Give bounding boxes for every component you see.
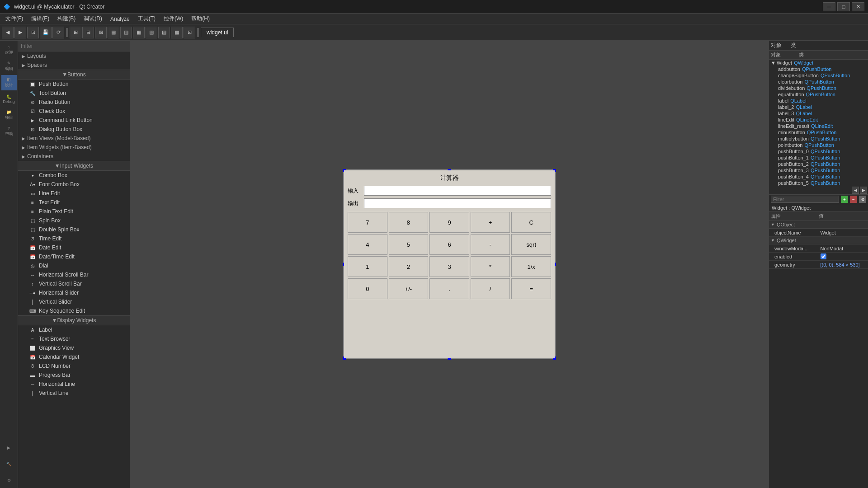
menu-item-6[interactable]: 控件(W) — [160, 14, 187, 23]
tree-item-clearbutton[interactable]: clearbuttonQPushButton — [769, 79, 868, 85]
tree-item-pushButton_2[interactable]: pushButton_2QPushButton — [769, 161, 868, 167]
sidebar-item-combo-box[interactable]: ▾ Combo Box — [18, 171, 130, 180]
calc-btn-_[interactable]: - — [471, 234, 510, 255]
prop-section-qobject[interactable]: ▼ QObject — [769, 221, 868, 229]
calc-btn-_[interactable]: = — [511, 278, 551, 299]
left-icon-bottom1[interactable]: ▶ — [1, 440, 17, 455]
calc-btn-9[interactable]: 9 — [429, 212, 469, 233]
tree-item-lineEdit[interactable]: lineEditQLineEdit — [769, 117, 868, 123]
enabled-checkbox[interactable] — [821, 253, 826, 259]
calc-btn-_[interactable]: / — [471, 278, 510, 299]
calc-btn-_[interactable]: * — [471, 256, 510, 277]
sidebar-item-double-spin-box[interactable]: ⬚ Double Spin Box — [18, 225, 130, 234]
title-bar-controls[interactable]: ─ □ ✕ — [823, 2, 864, 11]
menu-item-5[interactable]: 工具(T) — [134, 14, 159, 23]
tree-item-pushButton_4[interactable]: pushButton_4QPushButton — [769, 174, 868, 180]
sidebar-item-datetime-edit[interactable]: 📅 Date/Time Edit — [18, 252, 130, 261]
toolbar-btn-1[interactable]: ◀ — [2, 27, 14, 38]
calc-btn-_[interactable]: . — [429, 278, 469, 299]
maximize-button[interactable]: □ — [837, 2, 850, 11]
toolbar-btn-grid6[interactable]: ▦ — [133, 27, 145, 38]
sidebar-item-line-edit[interactable]: ▭ Line Edit — [18, 189, 130, 198]
sidebar-item-command-link-button[interactable]: ▶ Command Link Button — [18, 116, 130, 125]
tree-item-dividebutton[interactable]: dividebuttonQPushButton — [769, 85, 868, 91]
tree-item-pushButton_0[interactable]: pushButton_0QPushButton — [769, 148, 868, 155]
sidebar-item-graphics-view[interactable]: ⬜ Graphics View — [18, 343, 130, 352]
tree-item-lineEdit_result[interactable]: lineEdit_resultQLineEdit — [769, 123, 868, 129]
props-filter-input[interactable] — [771, 196, 839, 203]
sidebar-item-key-sequence-edit[interactable]: ⌨ Key Sequence Edit — [18, 306, 130, 315]
sidebar-item-font-combo-box[interactable]: A▾ Font Combo Box — [18, 180, 130, 189]
tree-item-pushButton_1[interactable]: pushButton_1QPushButton — [769, 155, 868, 161]
props-remove-btn[interactable]: − — [850, 196, 857, 203]
calc-btn-4[interactable]: 4 — [348, 234, 387, 255]
sidebar-item-radio-button[interactable]: ⊙ Radio Button — [18, 98, 130, 107]
tree-item-pushButton_5[interactable]: pushButton_5QPushButton — [769, 180, 868, 186]
calc-btn-2[interactable]: 2 — [389, 256, 429, 277]
calc-btn-sqrt[interactable]: sqrt — [511, 234, 551, 255]
toolbar-btn-grid9[interactable]: ▩ — [171, 27, 183, 38]
left-icon-edit[interactable]: ✎编辑 — [1, 59, 17, 74]
sidebar-item-vertical-line[interactable]: │ Vertical Line — [18, 389, 130, 398]
category-spacers[interactable]: ▶ Spacers — [18, 61, 130, 70]
sidebar-filter-input[interactable] — [21, 43, 127, 49]
left-icon-bottom3[interactable]: ⚙ — [1, 473, 17, 488]
toolbar-btn-grid5[interactable]: ▥ — [120, 27, 132, 38]
sidebar-item-lcd-number[interactable]: 8 LCD Number — [18, 361, 130, 371]
tree-item-multiplybutton[interactable]: multiplybuttonQPushButton — [769, 136, 868, 142]
sidebar-item-date-edit[interactable]: 📅 Date Edit — [18, 243, 130, 252]
sidebar-item-check-box[interactable]: ☑ Check Box — [18, 107, 130, 116]
category-item-widgets[interactable]: ▶ Item Widgets (Item-Based) — [18, 143, 130, 152]
category-buttons[interactable]: ▼ Buttons — [18, 70, 130, 80]
calc-btn-8[interactable]: 8 — [389, 212, 429, 233]
props-add-btn[interactable]: + — [841, 196, 848, 203]
input-field[interactable] — [364, 186, 551, 196]
left-icon-help[interactable]: ?帮助 — [1, 124, 17, 139]
toolbar-btn-grid8[interactable]: ▨ — [158, 27, 170, 38]
sidebar-item-plain-text-edit[interactable]: ≡ Plain Text Edit — [18, 207, 130, 216]
sidebar-item-push-button[interactable]: 🔲 Push Button — [18, 80, 130, 89]
tree-item-addbutton[interactable]: addbuttonQPushButton — [769, 66, 868, 72]
tree-item-label_2[interactable]: label_2QLabel — [769, 104, 868, 110]
sidebar-item-time-edit[interactable]: ⏱ Time Edit — [18, 234, 130, 243]
sidebar-item-vertical-scroll-bar[interactable]: ↕ Vertical Scroll Bar — [18, 279, 130, 288]
calc-btn-___[interactable]: +/- — [389, 278, 429, 299]
tab-widget-ui[interactable]: widget.ui — [201, 28, 234, 37]
sidebar-item-horizontal-line[interactable]: ─ Horizontal Line — [18, 380, 130, 389]
toolbar-btn-5[interactable]: ⟳ — [52, 27, 64, 38]
sidebar-item-progress-bar[interactable]: ▬ Progress Bar — [18, 371, 130, 380]
toolbar-btn-3[interactable]: ⊡ — [27, 27, 39, 38]
calc-btn-5[interactable]: 5 — [389, 234, 429, 255]
tree-item-label[interactable]: labelQLabel — [769, 98, 868, 104]
left-icon-debug[interactable]: 🐛Debug — [1, 91, 17, 107]
left-icon-welcome[interactable]: ⌂欢迎 — [1, 42, 17, 58]
output-field[interactable] — [364, 198, 551, 208]
tree-item-equalbutton[interactable]: equalbuttonQPushButton — [769, 91, 868, 98]
sidebar-item-vertical-slider[interactable]: │ Vertical Slider — [18, 297, 130, 306]
calc-btn-7[interactable]: 7 — [348, 212, 387, 233]
left-icon-project[interactable]: 📁项目 — [1, 108, 17, 123]
calc-btn-1[interactable]: 1 — [348, 256, 387, 277]
props-settings-btn[interactable]: ⚙ — [859, 196, 866, 203]
category-layouts[interactable]: ▶ Layouts — [18, 52, 130, 61]
toolbar-btn-2[interactable]: ▶ — [14, 27, 26, 38]
tree-item-changeSignButton[interactable]: changeSignButtonQPushButton — [769, 72, 868, 79]
menu-item-4[interactable]: Analyze — [107, 15, 133, 23]
category-display-widgets[interactable]: ▼ Display Widgets — [18, 315, 130, 325]
toolbar-btn-grid1[interactable]: ⊞ — [70, 27, 81, 38]
menu-item-2[interactable]: 构建(B) — [54, 14, 79, 23]
tree-item-pushButton_3[interactable]: pushButton_3QPushButton — [769, 167, 868, 174]
sidebar-item-dial[interactable]: ◎ Dial — [18, 261, 130, 270]
toolbar-btn-grid4[interactable]: ▤ — [108, 27, 119, 38]
sidebar-item-spin-box[interactable]: ⬚ Spin Box — [18, 216, 130, 225]
toolbar-btn-grid7[interactable]: ▧ — [146, 27, 157, 38]
menu-item-7[interactable]: 帮助(H) — [188, 14, 213, 23]
toolbar-btn-grid2[interactable]: ⊟ — [82, 27, 94, 38]
scroll-right-btn[interactable]: ▶ — [860, 187, 867, 194]
sidebar-item-calendar-widget[interactable]: 📅 Calendar Widget — [18, 352, 130, 361]
calc-btn-C[interactable]: C — [511, 212, 551, 233]
calc-btn-6[interactable]: 6 — [429, 234, 469, 255]
toolbar-btn-grid3[interactable]: ⊠ — [95, 27, 107, 38]
menu-item-1[interactable]: 编辑(E) — [28, 14, 53, 23]
tree-item-pointbutton[interactable]: pointbuttonQPushButton — [769, 142, 868, 148]
